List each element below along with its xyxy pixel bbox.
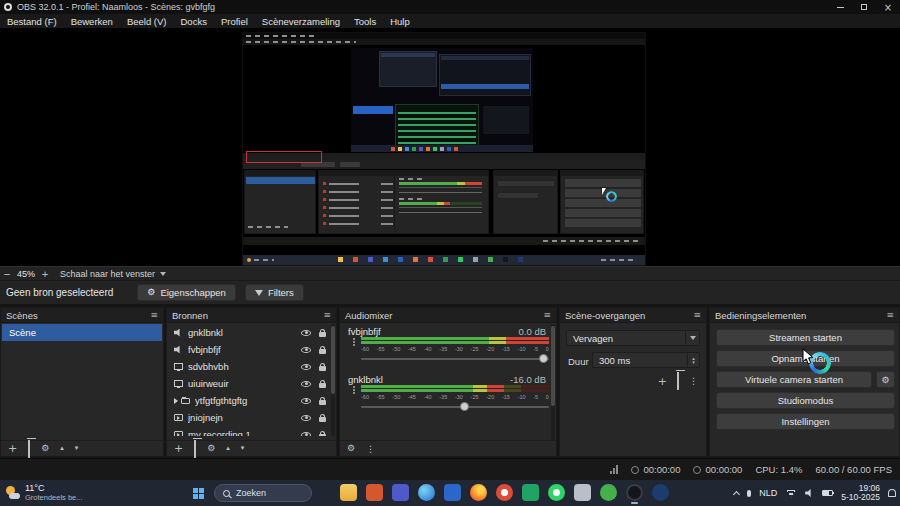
- maximize-button[interactable]: [852, 0, 876, 14]
- sources-scrollbar[interactable]: [331, 324, 335, 436]
- lock-toggle[interactable]: [314, 329, 330, 337]
- transition-select[interactable]: Vervagen: [566, 330, 700, 346]
- lock-toggle[interactable]: [314, 380, 330, 388]
- wifi-icon[interactable]: [785, 489, 797, 498]
- weather-widget[interactable]: 11°C Grotendeels be...: [6, 483, 83, 502]
- slider-handle[interactable]: [539, 354, 548, 363]
- transition-menu-button[interactable]: ⋮: [689, 376, 698, 386]
- menu-tools[interactable]: Tools: [347, 14, 383, 28]
- lock-toggle[interactable]: [314, 397, 330, 405]
- scale-mode-dropdown[interactable]: Schaal naar het venster: [60, 269, 166, 279]
- taskbar-excel-icon[interactable]: [522, 484, 539, 501]
- taskbar-app-blue-icon[interactable]: [444, 484, 461, 501]
- menu-profiel[interactable]: Profiel: [214, 14, 255, 28]
- panel-menu-icon[interactable]: ≡: [886, 310, 894, 320]
- add-scene-button[interactable]: +: [8, 443, 17, 454]
- language-indicator[interactable]: NLD: [759, 488, 777, 498]
- move-source-up-button[interactable]: ▴: [226, 445, 230, 452]
- menu-hulp[interactable]: Hulp: [383, 14, 417, 28]
- properties-button[interactable]: ⚙ Eigenschappen: [137, 284, 236, 301]
- menu-sceneverzameling[interactable]: Scèneverzameling: [255, 14, 347, 28]
- panel-menu-icon[interactable]: ≡: [543, 310, 551, 320]
- visibility-toggle[interactable]: [298, 398, 314, 404]
- zoom-in-button[interactable]: +: [38, 269, 52, 279]
- mixer-settings-button[interactable]: ⚙: [347, 444, 355, 453]
- battery-icon[interactable]: [822, 490, 833, 496]
- duration-input[interactable]: 300 ms ▴ ▾: [592, 352, 700, 368]
- mixer-scrollbar[interactable]: [551, 324, 555, 440]
- volume-icon[interactable]: [805, 489, 814, 497]
- start-streaming-button[interactable]: Streamen starten: [716, 329, 895, 346]
- remove-transition-button[interactable]: [677, 372, 679, 390]
- mixer-menu-button[interactable]: ⋮: [366, 444, 375, 454]
- source-row[interactable]: ytfgtfgthtgftg: [167, 392, 330, 409]
- remove-scene-button[interactable]: [28, 440, 30, 458]
- zoom-out-button[interactable]: −: [0, 269, 14, 279]
- notifications-icon[interactable]: [888, 489, 896, 497]
- menu-bewerken[interactable]: Bewerken: [64, 14, 120, 28]
- remove-source-button[interactable]: [194, 440, 196, 458]
- preview-canvas[interactable]: [0, 28, 900, 266]
- start-virtual-camera-button[interactable]: Virtuele camera starten: [716, 371, 872, 388]
- scene-list-item[interactable]: Scène: [2, 324, 162, 341]
- expand-arrow-icon[interactable]: [174, 398, 178, 404]
- menu-beeld[interactable]: Beeld (V): [120, 14, 174, 28]
- taskbar-office-icon[interactable]: [366, 484, 383, 501]
- add-source-button[interactable]: +: [174, 443, 183, 454]
- search-box[interactable]: Zoeken: [214, 484, 312, 502]
- minimize-button[interactable]: [828, 0, 852, 14]
- source-row[interactable]: fvbjnbfjf: [167, 341, 330, 358]
- visibility-toggle[interactable]: [298, 415, 314, 421]
- menu-docks[interactable]: Docks: [174, 14, 214, 28]
- visibility-toggle[interactable]: [298, 347, 314, 353]
- taskbar-browser-icon[interactable]: [496, 484, 513, 501]
- taskbar-whatsapp-icon[interactable]: [548, 484, 565, 501]
- close-button[interactable]: ×: [876, 0, 900, 14]
- virtual-camera-config-button[interactable]: ⚙: [876, 371, 895, 388]
- start-button[interactable]: [190, 485, 207, 502]
- visibility-toggle[interactable]: [298, 432, 314, 437]
- lock-toggle[interactable]: [314, 414, 330, 422]
- lock-toggle[interactable]: [314, 431, 330, 437]
- taskbar-app-gray-icon[interactable]: [574, 484, 591, 501]
- panel-menu-icon[interactable]: ≡: [693, 310, 701, 320]
- source-row[interactable]: my recording 1: [167, 426, 330, 436]
- source-properties-button[interactable]: ⚙: [207, 444, 215, 453]
- tray-chevron-up-icon[interactable]: [733, 490, 740, 497]
- visibility-toggle[interactable]: [298, 330, 314, 336]
- taskbar-clock[interactable]: 19:06 5-10-2025: [841, 484, 880, 503]
- source-row[interactable]: jniojnejn: [167, 409, 330, 426]
- taskbar-firefox-icon[interactable]: [470, 484, 487, 501]
- volume-slider[interactable]: [361, 402, 549, 412]
- microphone-icon[interactable]: [747, 490, 751, 497]
- studio-mode-button[interactable]: Studiomodus: [716, 392, 895, 409]
- lock-toggle[interactable]: [314, 346, 330, 354]
- scene-filters-button[interactable]: ⚙: [41, 444, 49, 453]
- lock-toggle[interactable]: [314, 363, 330, 371]
- settings-button[interactable]: Instellingen: [716, 413, 895, 430]
- slider-handle[interactable]: [460, 402, 469, 411]
- source-row[interactable]: gnklbnkl: [167, 324, 330, 341]
- source-row[interactable]: uiuirweuir: [167, 375, 330, 392]
- taskbar-app-dark-icon[interactable]: [652, 484, 669, 501]
- add-transition-button[interactable]: +: [658, 376, 667, 387]
- scrollbar-thumb[interactable]: [551, 326, 555, 406]
- move-source-down-button[interactable]: ▾: [241, 445, 245, 452]
- move-scene-down-button[interactable]: ▾: [75, 445, 79, 452]
- menu-bestand[interactable]: Bestand (F): [0, 14, 64, 28]
- move-scene-up-button[interactable]: ▴: [60, 445, 64, 452]
- volume-slider[interactable]: [361, 354, 549, 364]
- scrollbar-thumb[interactable]: [331, 326, 335, 394]
- panel-menu-icon[interactable]: ≡: [323, 310, 331, 320]
- taskbar-file-explorer-icon[interactable]: [340, 484, 357, 501]
- taskbar-obs-icon[interactable]: [626, 484, 643, 501]
- taskbar-edge-icon[interactable]: [418, 484, 435, 501]
- source-row[interactable]: sdvbhvbh: [167, 358, 330, 375]
- taskbar-app-green-icon[interactable]: [600, 484, 617, 501]
- taskbar-teams-icon[interactable]: [392, 484, 409, 501]
- panel-menu-icon[interactable]: ≡: [150, 310, 158, 320]
- spin-down-button[interactable]: ▾: [692, 360, 695, 364]
- visibility-toggle[interactable]: [298, 364, 314, 370]
- visibility-toggle[interactable]: [298, 381, 314, 387]
- filters-button[interactable]: Filters: [245, 284, 304, 301]
